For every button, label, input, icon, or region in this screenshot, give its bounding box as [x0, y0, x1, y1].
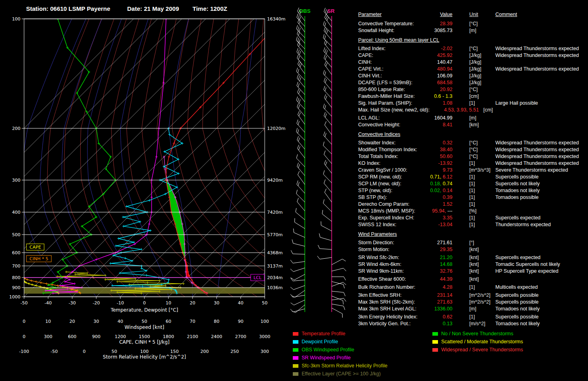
param-value-segment: 3085.73 [434, 28, 452, 33]
param-unit: [m/s^2] [469, 320, 485, 327]
param-value: 271.63 [406, 299, 452, 306]
param-value-segment: 29.35 [440, 247, 452, 252]
param-name: Sig. Hail Param. (SHIP): [358, 100, 412, 107]
svg-text:250: 250 [231, 349, 239, 354]
param-comment: Tornadoes possible [495, 194, 539, 201]
param-value-segment: 1.52 [443, 201, 452, 207]
header-value: Value [406, 11, 452, 18]
param-value-segment: 1336.00 [434, 306, 452, 312]
svg-text:-30: -30 [69, 300, 76, 306]
table-row: Lifted Index:-2.02[°C]Widespread Thunder… [358, 45, 588, 52]
svg-text:Temperature, Dewpoint [°C]: Temperature, Dewpoint [°C] [110, 307, 178, 313]
param-name: 3km Effective SRH: [358, 292, 401, 299]
param-unit: [1] [469, 187, 475, 194]
svg-text:-10: -10 [117, 300, 124, 306]
table-row: 3km Effective SRH:231.14[m^2/s^2]Superce… [358, 292, 588, 299]
param-value-segment: -13.92 [438, 160, 452, 166]
param-unit: [J/kg] [469, 52, 481, 59]
param-value: 38.40 [406, 146, 452, 153]
legend-swatch [293, 372, 298, 376]
svg-text:900: 900 [92, 334, 101, 339]
table-row: MCS 18m/s (MMP, MSP):95.94, ---[%] [358, 208, 588, 215]
param-unit: [°C] [469, 86, 478, 93]
svg-text:4368m: 4368m [267, 250, 283, 255]
table-row: 3km Energy Helicity Index:0.62[1]Superce… [358, 314, 588, 320]
svg-text:100: 100 [140, 349, 149, 354]
svg-text:Storm Relative Helicity [m^2/: Storm Relative Helicity [m^2/s^2] [103, 354, 186, 360]
param-value-segment: -2.02 [441, 46, 453, 51]
param-value: 0.6 - 1.3 [406, 93, 452, 100]
temperature-profile [165, 18, 284, 294]
param-name: STP (new, old): [358, 187, 392, 194]
param-value-segment: --- [448, 208, 453, 214]
param-value-segment: -13.04 [438, 222, 452, 227]
legend-label: Temperature Profile [302, 331, 345, 336]
param-unit: [knt] [469, 254, 479, 261]
param-value-segment: 0.6 - 1.3 [434, 93, 452, 99]
param-value: 21.20 [406, 254, 452, 261]
param-name: SR Wind 9km-11km: [358, 268, 404, 275]
param-unit: [knt] [469, 268, 479, 275]
param-comment: Supercells expected [495, 215, 541, 221]
svg-text:700: 700 [12, 263, 20, 269]
table-row: Max 3km SRH (Sfc-2km):271.63[m^2/s^2]Sup… [358, 299, 588, 306]
table-row: KO Index:-13.92[1]Widespread Thunderstor… [358, 160, 588, 167]
svg-text:600: 600 [12, 250, 20, 255]
table-row: Exp. Supercell Index CH:3.35[1]Supercell… [358, 215, 588, 221]
table-row: Craven SigSvr / 1000:9.73[m^3/s^3]Severe… [358, 167, 588, 174]
param-value: 0.13 [406, 320, 452, 327]
legend-label: SR Windspeed Profile [302, 355, 351, 361]
param-value: 684.58 [406, 79, 452, 86]
param-name: Showalter Index: [358, 140, 395, 146]
svg-text:300: 300 [44, 334, 53, 339]
param-name: Lifted Index: [358, 45, 385, 52]
table-row: Sig. Hail Param. (SHIP):1.08[1]Large Hai… [358, 100, 588, 107]
param-value-segment: 0.18, [430, 181, 442, 186]
param-value-segment: 0.13 [443, 321, 452, 326]
param-value: 1.08 [406, 100, 452, 107]
svg-text:CAPE, CINH * 5 [J/kg]: CAPE, CINH * 5 [J/kg] [119, 339, 170, 345]
profiles-legend: Temperature ProfileDewpoint ProfileOBS W… [293, 330, 387, 378]
param-value: 0.62 [406, 314, 452, 320]
svg-text:2700: 2700 [235, 334, 246, 339]
svg-text:100: 100 [261, 319, 269, 324]
table-row: SB STP (fix):0.39[1]Tornadoes possible [358, 194, 588, 201]
svg-text:3000: 3000 [259, 334, 270, 339]
svg-text:30: 30 [214, 300, 219, 306]
param-value: 0.39 [406, 194, 452, 201]
param-unit: [km] [469, 122, 479, 128]
table-row: SCP RM (new, old):0.71, 6.12[1]Supercell… [358, 174, 588, 180]
svg-text:2100: 2100 [187, 334, 198, 339]
svg-text:400: 400 [12, 210, 20, 215]
param-name: Convective Temperature: [358, 20, 414, 27]
pressure-gridlines [22, 19, 265, 297]
legend-item: Scattered / Moderate Thunderstorms [432, 338, 523, 346]
svg-text:0: 0 [143, 300, 146, 306]
param-value-segment: 0.74 [443, 181, 452, 186]
svg-text:80: 80 [214, 319, 219, 324]
table-row: Modified Thompson Index:38.40[°C]Widespr… [358, 146, 588, 153]
param-unit: [1] [469, 174, 475, 180]
svg-text:1800: 1800 [163, 334, 174, 339]
param-value: 95.94, --- [406, 208, 452, 215]
lcl-box-label: LCL [251, 274, 264, 281]
param-value: -13.92 [406, 160, 452, 167]
svg-text:2034m: 2034m [267, 275, 283, 280]
param-unit: [J/kg] [469, 59, 481, 66]
header-unit: Unit [469, 11, 478, 18]
svg-text:-100: -100 [19, 349, 29, 354]
legend-label: Dewpoint Profile [302, 339, 338, 345]
param-unit: [J/kg] [469, 66, 481, 73]
table-row: SCP LM (new, old):0.18, 0.74[1]Supercell… [358, 180, 588, 187]
legend-swatch [293, 348, 298, 352]
moist-adiabats [21, 19, 256, 297]
table-section-title: Parcel: Using 50mB mean layer LCL [358, 37, 588, 45]
legend-item: SR Windspeed Profile [293, 354, 387, 362]
obs-windspeed-profile [42, 18, 117, 294]
param-value: 32.76 [406, 268, 452, 275]
table-row: Storm Motion:29.35[knt] [358, 246, 588, 253]
param-name: Storm Motion: [358, 246, 389, 253]
param-value: 29.35 [406, 246, 452, 253]
parameters-table: ParameterValueUnitCommentConvective Temp… [358, 11, 588, 327]
sr-wind-barbs [317, 8, 346, 318]
